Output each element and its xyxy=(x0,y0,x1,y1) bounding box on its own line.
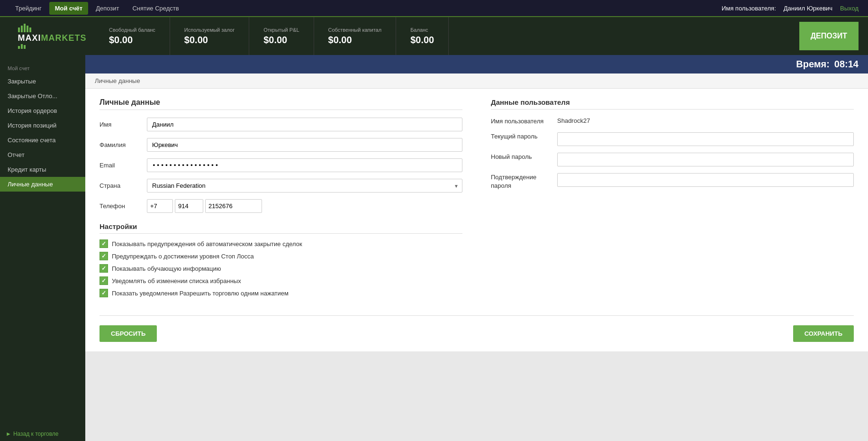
settings-title: Настройки xyxy=(99,222,462,234)
time-bar: Время: 08:14 xyxy=(85,55,868,74)
top-nav-links: Трейдинг Мой счёт Депозит Снятие Средств xyxy=(9,2,185,15)
first-name-row: Имя xyxy=(99,118,462,131)
last-name-input[interactable] xyxy=(147,138,462,152)
username-label: Имя пользователя xyxy=(491,117,557,126)
form-container: Личные данные Имя Фамилия Email xyxy=(85,89,868,351)
nav-trading[interactable]: Трейдинг xyxy=(9,2,47,15)
first-name-label: Имя xyxy=(99,121,147,128)
checkbox-3[interactable] xyxy=(99,264,108,273)
email-input[interactable] xyxy=(147,158,462,172)
sidebar-item-position-history[interactable]: История позиций xyxy=(0,118,85,133)
user-data-title: Данные пользователя xyxy=(491,98,854,110)
balance-free: Свободный баланс $0.00 xyxy=(95,17,170,55)
phone-inputs xyxy=(147,199,262,213)
content-area: Время: 08:14 Личные данные Личные данные… xyxy=(85,55,868,441)
balance-margin: Используемый залог $0.00 xyxy=(170,17,249,55)
balance-total: Баланс $0.00 xyxy=(396,17,449,55)
header-bar: MAXIMARKETS Свободный баланс $0.00 Испол… xyxy=(0,17,868,55)
checkbox-row-5: Показать уведомления Разрешить торговлю … xyxy=(99,289,462,297)
checkbox-label-3: Показывать обучающую информацию xyxy=(112,265,221,272)
main-layout: Мой счет Закрытые Закрытые Отло... Истор… xyxy=(0,55,868,441)
checkbox-row-4: Уведомлять об изменении списка избранных xyxy=(99,276,462,285)
new-password-input[interactable] xyxy=(557,153,854,166)
country-row: Страна Russian Federation United States … xyxy=(99,179,462,193)
sidebar-item-order-history[interactable]: История ордеров xyxy=(0,103,85,118)
country-select[interactable]: Russian Federation United States Germany xyxy=(147,179,462,193)
current-password-input[interactable] xyxy=(557,132,854,146)
phone-row: Телефон xyxy=(99,199,462,213)
top-nav-user: Имя пользователя: Даниил Юркевич Выход xyxy=(722,5,859,12)
nav-deposit[interactable]: Депозит xyxy=(90,2,125,15)
save-button[interactable]: СОХРАНИТЬ xyxy=(793,325,854,342)
last-name-label: Фамилия xyxy=(99,141,147,148)
top-navigation: Трейдинг Мой счёт Депозит Снятие Средств… xyxy=(0,0,868,17)
confirm-password-row: Подтверждение пароля xyxy=(491,173,854,190)
nav-withdrawal[interactable]: Снятие Средств xyxy=(127,2,184,15)
sidebar-section-label: Мой счет xyxy=(0,63,85,74)
new-password-row: Новый пароль xyxy=(491,153,854,166)
logo: MAXIMARKETS xyxy=(9,24,95,49)
user-label: Имя пользователя: xyxy=(722,5,776,12)
balance-pnl: Открытый P&L $0.00 xyxy=(249,17,314,55)
email-row: Email xyxy=(99,158,462,172)
sidebar: Мой счет Закрытые Закрытые Отло... Истор… xyxy=(0,55,85,441)
phone-number-input[interactable] xyxy=(205,199,262,213)
username-row: Имя пользователя Shadrock27 xyxy=(491,117,854,126)
current-password-label: Текущий пароль xyxy=(491,132,557,141)
checkbox-label-2: Предупреждать о достижении уровня Стоп Л… xyxy=(112,253,254,260)
user-name: Даниил Юркевич xyxy=(784,5,832,12)
time-label: Время: xyxy=(796,59,830,69)
last-name-row: Фамилия xyxy=(99,138,462,152)
username-value: Shadrock27 xyxy=(557,117,590,124)
first-name-input[interactable] xyxy=(147,118,462,131)
confirm-password-input[interactable] xyxy=(557,173,854,187)
sidebar-item-personal-data[interactable]: Личные данные xyxy=(0,177,85,192)
checkbox-5[interactable] xyxy=(99,289,108,297)
sidebar-item-report[interactable]: Отчет xyxy=(0,147,85,162)
reset-button[interactable]: СБРОСИТЬ xyxy=(99,325,157,342)
bottom-buttons: СБРОСИТЬ СОХРАНИТЬ xyxy=(99,315,854,342)
checkbox-2[interactable] xyxy=(99,252,108,260)
settings-section: Настройки Показывать предупреждения об а… xyxy=(99,222,462,297)
checkbox-label-5: Показать уведомления Разрешить торговлю … xyxy=(112,290,289,297)
sidebar-item-closed[interactable]: Закрытые xyxy=(0,74,85,89)
deposit-button[interactable]: ДЕПОЗИТ xyxy=(799,22,859,50)
checkbox-label-4: Уведомлять об изменении списка избранных xyxy=(112,277,241,285)
email-label: Email xyxy=(99,162,147,169)
back-label: Назад к торговле xyxy=(13,431,59,437)
chevron-right-icon: ► xyxy=(6,431,11,437)
balance-items: Свободный баланс $0.00 Используемый зало… xyxy=(95,17,790,55)
checkbox-4[interactable] xyxy=(99,276,108,285)
time-value: 08:14 xyxy=(834,59,859,69)
confirm-password-label: Подтверждение пароля xyxy=(491,173,557,190)
breadcrumb: Личные данные xyxy=(85,74,868,89)
phone-label: Телефон xyxy=(99,202,147,210)
checkbox-label-1: Показывать предупреждения об автоматичес… xyxy=(112,240,302,248)
sidebar-back-to-trading[interactable]: ► Назад к торговле xyxy=(0,427,85,441)
phone-area-input[interactable] xyxy=(175,199,203,213)
checkbox-row-2: Предупреждать о достижении уровня Стоп Л… xyxy=(99,252,462,260)
sidebar-item-credit-cards[interactable]: Кредит карты xyxy=(0,162,85,177)
checkbox-row-3: Показывать обучающую информацию xyxy=(99,264,462,273)
balance-equity: Собственный капитал $0.00 xyxy=(314,17,397,55)
country-select-wrapper: Russian Federation United States Germany… xyxy=(147,179,462,193)
user-data-section: Данные пользователя Имя пользователя Sha… xyxy=(491,98,854,301)
sidebar-item-account-status[interactable]: Состояние счета xyxy=(0,133,85,147)
checkbox-1[interactable] xyxy=(99,239,108,248)
new-password-label: Новый пароль xyxy=(491,153,557,161)
confirm-password-label-text: Подтверждение пароля xyxy=(491,174,536,189)
personal-data-section: Личные данные Имя Фамилия Email xyxy=(99,98,462,301)
country-label: Страна xyxy=(99,182,147,189)
form-grid: Личные данные Имя Фамилия Email xyxy=(99,98,854,301)
current-password-row: Текущий пароль xyxy=(491,132,854,146)
logout-link[interactable]: Выход xyxy=(840,5,859,12)
nav-my-account[interactable]: Мой счёт xyxy=(49,2,88,15)
sidebar-item-closed-orders[interactable]: Закрытые Отло... xyxy=(0,89,85,103)
checkbox-row-1: Показывать предупреждения об автоматичес… xyxy=(99,239,462,248)
phone-code-input[interactable] xyxy=(147,199,173,213)
personal-data-title: Личные данные xyxy=(99,98,462,110)
